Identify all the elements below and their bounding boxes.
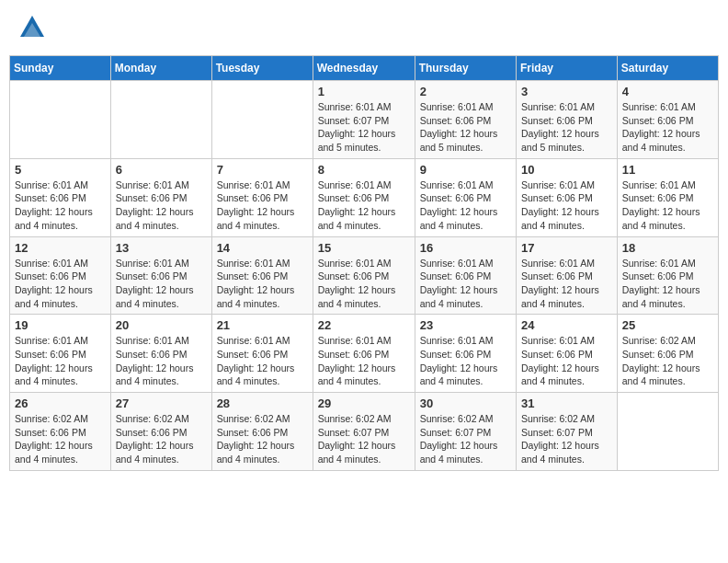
day-number: 17	[521, 241, 612, 255]
calendar-week-row: 5Sunrise: 6:01 AM Sunset: 6:06 PM Daylig…	[10, 158, 719, 236]
calendar-cell: 19Sunrise: 6:01 AM Sunset: 6:06 PM Dayli…	[10, 315, 111, 393]
calendar-cell: 31Sunrise: 6:02 AM Sunset: 6:07 PM Dayli…	[517, 393, 618, 471]
weekday-header-saturday: Saturday	[617, 56, 718, 81]
calendar-cell	[617, 393, 718, 471]
calendar-cell: 10Sunrise: 6:01 AM Sunset: 6:06 PM Dayli…	[517, 158, 618, 236]
calendar-cell: 8Sunrise: 6:01 AM Sunset: 6:06 PM Daylig…	[313, 158, 415, 236]
day-detail: Sunrise: 6:01 AM Sunset: 6:06 PM Dayligh…	[116, 334, 207, 388]
day-detail: Sunrise: 6:01 AM Sunset: 6:06 PM Dayligh…	[116, 178, 207, 233]
calendar-week-row: 1Sunrise: 6:01 AM Sunset: 6:07 PM Daylig…	[10, 81, 719, 159]
calendar-cell: 3Sunrise: 6:01 AM Sunset: 6:06 PM Daylig…	[517, 81, 618, 159]
calendar-week-row: 26Sunrise: 6:02 AM Sunset: 6:06 PM Dayli…	[10, 393, 719, 471]
day-number: 19	[15, 318, 106, 332]
calendar-cell	[110, 81, 211, 159]
day-detail: Sunrise: 6:02 AM Sunset: 6:07 PM Dayligh…	[318, 412, 410, 466]
calendar-cell: 23Sunrise: 6:01 AM Sunset: 6:06 PM Dayli…	[415, 315, 516, 393]
day-detail: Sunrise: 6:01 AM Sunset: 6:06 PM Dayligh…	[622, 100, 713, 155]
day-detail: Sunrise: 6:01 AM Sunset: 6:06 PM Dayligh…	[420, 334, 511, 388]
day-number: 13	[116, 241, 207, 255]
day-number: 10	[521, 163, 612, 177]
day-number: 31	[521, 396, 612, 410]
day-detail: Sunrise: 6:01 AM Sunset: 6:07 PM Dayligh…	[318, 100, 410, 155]
day-number: 20	[116, 318, 207, 332]
calendar-cell: 20Sunrise: 6:01 AM Sunset: 6:06 PM Dayli…	[110, 315, 211, 393]
day-number: 14	[217, 241, 308, 255]
day-number: 26	[15, 396, 106, 410]
calendar-cell: 2Sunrise: 6:01 AM Sunset: 6:06 PM Daylig…	[415, 81, 516, 159]
calendar-cell: 22Sunrise: 6:01 AM Sunset: 6:06 PM Dayli…	[313, 315, 415, 393]
calendar-cell: 4Sunrise: 6:01 AM Sunset: 6:06 PM Daylig…	[617, 81, 718, 159]
calendar-cell: 18Sunrise: 6:01 AM Sunset: 6:06 PM Dayli…	[617, 236, 718, 315]
day-number: 12	[15, 241, 106, 255]
weekday-header-monday: Monday	[110, 56, 211, 81]
day-number: 1	[318, 85, 410, 98]
calendar-cell: 28Sunrise: 6:02 AM Sunset: 6:06 PM Dayli…	[211, 393, 313, 471]
day-detail: Sunrise: 6:01 AM Sunset: 6:06 PM Dayligh…	[521, 178, 612, 233]
day-number: 3	[521, 85, 612, 98]
logo	[18, 14, 50, 41]
calendar-week-row: 12Sunrise: 6:01 AM Sunset: 6:06 PM Dayli…	[10, 236, 719, 315]
day-number: 18	[622, 241, 713, 255]
day-detail: Sunrise: 6:01 AM Sunset: 6:06 PM Dayligh…	[318, 334, 410, 388]
calendar-cell: 16Sunrise: 6:01 AM Sunset: 6:06 PM Dayli…	[415, 236, 516, 315]
calendar-cell: 12Sunrise: 6:01 AM Sunset: 6:06 PM Dayli…	[10, 236, 111, 315]
day-detail: Sunrise: 6:01 AM Sunset: 6:06 PM Dayligh…	[521, 100, 612, 155]
day-number: 4	[622, 85, 713, 98]
calendar-cell: 13Sunrise: 6:01 AM Sunset: 6:06 PM Dayli…	[110, 236, 211, 315]
day-detail: Sunrise: 6:01 AM Sunset: 6:06 PM Dayligh…	[622, 257, 713, 311]
day-detail: Sunrise: 6:02 AM Sunset: 6:06 PM Dayligh…	[15, 412, 106, 466]
calendar-cell: 11Sunrise: 6:01 AM Sunset: 6:06 PM Dayli…	[617, 158, 718, 236]
day-number: 27	[116, 396, 207, 410]
calendar-header-row: SundayMondayTuesdayWednesdayThursdayFrid…	[10, 56, 719, 81]
calendar-cell: 9Sunrise: 6:01 AM Sunset: 6:06 PM Daylig…	[415, 158, 516, 236]
day-number: 11	[622, 163, 713, 177]
calendar-cell	[10, 81, 111, 159]
calendar-cell: 14Sunrise: 6:01 AM Sunset: 6:06 PM Dayli…	[211, 236, 313, 315]
logo-icon	[18, 14, 46, 41]
day-detail: Sunrise: 6:01 AM Sunset: 6:06 PM Dayligh…	[217, 257, 308, 311]
calendar-cell: 15Sunrise: 6:01 AM Sunset: 6:06 PM Dayli…	[313, 236, 415, 315]
day-detail: Sunrise: 6:01 AM Sunset: 6:06 PM Dayligh…	[15, 178, 106, 233]
day-detail: Sunrise: 6:02 AM Sunset: 6:07 PM Dayligh…	[521, 412, 612, 466]
day-detail: Sunrise: 6:01 AM Sunset: 6:06 PM Dayligh…	[217, 334, 308, 388]
day-detail: Sunrise: 6:02 AM Sunset: 6:06 PM Dayligh…	[217, 412, 308, 466]
day-detail: Sunrise: 6:02 AM Sunset: 6:06 PM Dayligh…	[116, 412, 207, 466]
day-number: 22	[318, 318, 410, 332]
day-number: 16	[420, 241, 511, 255]
day-detail: Sunrise: 6:01 AM Sunset: 6:06 PM Dayligh…	[318, 178, 410, 233]
day-number: 29	[318, 396, 410, 410]
calendar-cell: 17Sunrise: 6:01 AM Sunset: 6:06 PM Dayli…	[517, 236, 618, 315]
day-number: 7	[217, 163, 308, 177]
weekday-header-thursday: Thursday	[415, 56, 516, 81]
calendar-cell: 21Sunrise: 6:01 AM Sunset: 6:06 PM Dayli…	[211, 315, 313, 393]
calendar-cell: 7Sunrise: 6:01 AM Sunset: 6:06 PM Daylig…	[211, 158, 313, 236]
weekday-header-wednesday: Wednesday	[313, 56, 415, 81]
weekday-header-tuesday: Tuesday	[211, 56, 313, 81]
day-number: 28	[217, 396, 308, 410]
day-number: 15	[318, 241, 410, 255]
day-detail: Sunrise: 6:01 AM Sunset: 6:06 PM Dayligh…	[420, 178, 511, 233]
day-detail: Sunrise: 6:01 AM Sunset: 6:06 PM Dayligh…	[622, 178, 713, 233]
page-header	[9, 9, 719, 46]
calendar-cell: 6Sunrise: 6:01 AM Sunset: 6:06 PM Daylig…	[110, 158, 211, 236]
day-detail: Sunrise: 6:01 AM Sunset: 6:06 PM Dayligh…	[420, 257, 511, 311]
calendar-cell: 25Sunrise: 6:02 AM Sunset: 6:06 PM Dayli…	[617, 315, 718, 393]
day-number: 30	[420, 396, 511, 410]
weekday-header-sunday: Sunday	[10, 56, 111, 81]
day-number: 23	[420, 318, 511, 332]
calendar-cell: 27Sunrise: 6:02 AM Sunset: 6:06 PM Dayli…	[110, 393, 211, 471]
day-number: 5	[15, 163, 106, 177]
day-detail: Sunrise: 6:02 AM Sunset: 6:06 PM Dayligh…	[622, 334, 713, 388]
day-number: 24	[521, 318, 612, 332]
day-detail: Sunrise: 6:01 AM Sunset: 6:06 PM Dayligh…	[217, 178, 308, 233]
day-number: 9	[420, 163, 511, 177]
weekday-header-friday: Friday	[517, 56, 618, 81]
day-number: 6	[116, 163, 207, 177]
day-detail: Sunrise: 6:01 AM Sunset: 6:06 PM Dayligh…	[15, 334, 106, 388]
calendar-cell: 29Sunrise: 6:02 AM Sunset: 6:07 PM Dayli…	[313, 393, 415, 471]
calendar-table: SundayMondayTuesdayWednesdayThursdayFrid…	[9, 55, 719, 471]
calendar-week-row: 19Sunrise: 6:01 AM Sunset: 6:06 PM Dayli…	[10, 315, 719, 393]
day-detail: Sunrise: 6:01 AM Sunset: 6:06 PM Dayligh…	[15, 257, 106, 311]
day-detail: Sunrise: 6:01 AM Sunset: 6:06 PM Dayligh…	[318, 257, 410, 311]
day-number: 25	[622, 318, 713, 332]
